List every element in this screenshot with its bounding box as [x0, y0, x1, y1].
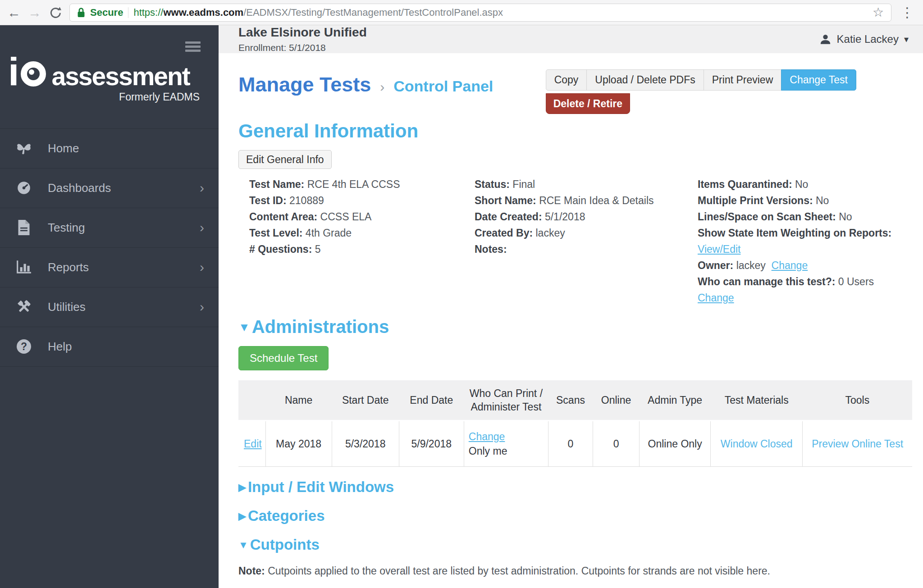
cutpoints-heading[interactable]: ▼Cutpoints — [238, 536, 912, 553]
back-icon[interactable]: ← — [7, 6, 21, 19]
general-info-col1: Test Name: RCE 4th ELA CCSS Test ID: 210… — [249, 176, 475, 306]
sidebar: i assessment Formerly EADMS Home — [0, 25, 219, 588]
sidebar-nav: Home Dashboards › — [0, 128, 219, 367]
col-header-end-date: End Date — [399, 380, 464, 421]
col-header-test-materials: Test Materials — [711, 380, 803, 421]
sidebar-item-label: Reports — [48, 260, 89, 274]
cell-start-date: 5/3/2018 — [332, 421, 399, 467]
sidebar-item-label: Help — [48, 340, 72, 354]
sidebar-toggle-icon[interactable] — [185, 41, 201, 52]
page-content: Manage Tests › Control Panel Copy Upload… — [219, 53, 923, 588]
chevron-right-icon: › — [200, 181, 204, 195]
forward-icon[interactable]: → — [28, 6, 41, 19]
screenshot-root: ← → Secure https://www.eadms.com/EADMSX/… — [0, 0, 923, 588]
field-show-state-item-weighting: Show State Item Weighting on Reports: — [698, 225, 912, 241]
manage-change-link[interactable]: Change — [698, 292, 734, 304]
chevron-right-icon: › — [200, 300, 204, 314]
collapse-closed-icon: ▶ — [238, 482, 246, 493]
col-header-start-date: Start Date — [332, 380, 399, 421]
enrollment-date: Enrollment: 5/1/2018 — [238, 42, 367, 53]
field-notes: Notes: — [475, 241, 698, 257]
page-title[interactable]: Manage Tests — [238, 73, 371, 96]
col-header-admin-type: Admin Type — [640, 380, 711, 421]
browser-toolbar: ← → Secure https://www.eadms.com/EADMSX/… — [0, 0, 923, 25]
caret-down-icon: ▾ — [904, 34, 909, 45]
field-items-quarantined: Items Quarantined: No — [698, 176, 912, 192]
top-header: Lake Elsinore Unified Enrollment: 5/1/20… — [219, 25, 923, 53]
field-lines-space-scan-sheet: Lines/Space on Scan Sheet: No — [698, 209, 912, 225]
document-icon — [14, 220, 33, 235]
bookmark-star-icon[interactable]: ☆ — [873, 5, 884, 20]
sidebar-item-dashboards[interactable]: Dashboards › — [0, 169, 219, 208]
logo-eye-icon — [21, 61, 46, 87]
delete-retire-button[interactable]: Delete / Retire — [546, 93, 630, 114]
general-info-col3: Items Quarantined: No Multiple Print Ver… — [698, 176, 912, 306]
tools-icon — [14, 300, 33, 314]
col-header-tools: Tools — [803, 380, 912, 421]
field-num-questions: # Questions: 5 — [249, 241, 475, 257]
edit-general-info-button[interactable]: Edit General Info — [238, 150, 332, 169]
browser-menu-icon[interactable]: ⋮ — [899, 5, 916, 20]
administration-row: Edit May 2018 5/3/2018 5/9/2018 Change O… — [238, 421, 912, 467]
preview-online-test-link[interactable]: Preview Online Test — [812, 438, 903, 450]
reload-icon[interactable] — [49, 6, 62, 19]
general-information-heading: General Information — [238, 120, 912, 142]
col-header-scans: Scans — [548, 380, 593, 421]
who-change-link[interactable]: Change — [469, 431, 505, 442]
field-test-name: Test Name: RCE 4th ELA CCSS — [249, 176, 475, 192]
cell-name: May 2018 — [265, 421, 332, 467]
cell-online: 0 — [593, 421, 640, 467]
table-header-row: Name Start Date End Date Who Can Print /… — [238, 380, 912, 421]
administrations-table: Name Start Date End Date Who Can Print /… — [238, 380, 912, 467]
user-name: Katie Lackey — [837, 33, 899, 46]
url-separator — [128, 7, 128, 18]
user-icon — [819, 33, 832, 46]
cutpoints-note: Note: Cutpoints applied to the overall t… — [238, 565, 912, 577]
categories-heading[interactable]: ▶Categories — [238, 507, 912, 524]
window-closed-link[interactable]: Window Closed — [721, 438, 793, 450]
field-created-by: Created By: lackey — [475, 225, 698, 241]
sidebar-item-label: Testing — [48, 221, 85, 235]
sidebar-item-label: Home — [48, 141, 79, 155]
print-preview-button[interactable]: Print Preview — [704, 69, 781, 91]
url-scheme: https:// — [133, 7, 163, 18]
general-info-col2: Status: Final Short Name: RCE Main Idea … — [475, 176, 698, 306]
input-edit-windows-heading[interactable]: ▶Input / Edit Windows — [238, 479, 912, 496]
collapse-open-icon: ▼ — [238, 320, 250, 334]
district-name: Lake Elsinore Unified — [238, 25, 367, 40]
url-text[interactable]: https://www.eadms.com/EADMSX/Testing/Tes… — [133, 7, 503, 18]
owner-change-link[interactable]: Change — [772, 260, 808, 271]
help-icon: ? — [14, 339, 33, 354]
chevron-right-icon: › — [200, 260, 204, 274]
field-test-id: Test ID: 210889 — [249, 192, 475, 209]
sidebar-item-reports[interactable]: Reports › — [0, 248, 219, 287]
field-short-name: Short Name: RCE Main Idea & Details — [475, 192, 698, 209]
col-header-who-can-print: Who Can Print / Administer Test — [464, 380, 548, 421]
chevron-right-icon: › — [200, 221, 204, 234]
user-menu[interactable]: Katie Lackey ▾ — [819, 33, 909, 46]
schedule-test-button[interactable]: Schedule Test — [238, 346, 329, 370]
view-edit-link[interactable]: View/Edit — [698, 243, 740, 255]
address-bar[interactable]: Secure https://www.eadms.com/EADMSX/Test… — [69, 4, 891, 22]
title-row: Manage Tests › Control Panel Copy Upload… — [238, 69, 912, 114]
general-info-grid: Test Name: RCE 4th ELA CCSS Test ID: 210… — [238, 176, 912, 306]
copy-button[interactable]: Copy — [546, 69, 587, 91]
app-logo: i assessment Formerly EADMS — [0, 54, 219, 103]
secure-label: Secure — [90, 7, 123, 18]
col-header-online: Online — [593, 380, 640, 421]
upload-delete-pdfs-button[interactable]: Upload / Delete PDFs — [586, 69, 704, 91]
sidebar-item-home[interactable]: Home — [0, 129, 219, 169]
sidebar-item-help[interactable]: ? Help — [0, 327, 219, 367]
main-panel: Lake Elsinore Unified Enrollment: 5/1/20… — [219, 25, 923, 588]
collapse-open-icon: ▼ — [238, 539, 248, 551]
change-test-button[interactable]: Change Test — [781, 69, 856, 91]
edit-administration-link[interactable]: Edit — [244, 438, 262, 450]
breadcrumb-separator-icon: › — [380, 79, 384, 95]
administrations-heading[interactable]: ▼Administrations — [238, 317, 912, 337]
field-test-level: Test Level: 4th Grade — [249, 225, 475, 241]
app-window: i assessment Formerly EADMS Home — [0, 25, 923, 588]
cell-scans: 0 — [548, 421, 593, 467]
sidebar-item-utilities[interactable]: Utilities › — [0, 287, 219, 327]
cell-who-can-print: Change Only me — [464, 421, 548, 467]
sidebar-item-testing[interactable]: Testing › — [0, 208, 219, 248]
